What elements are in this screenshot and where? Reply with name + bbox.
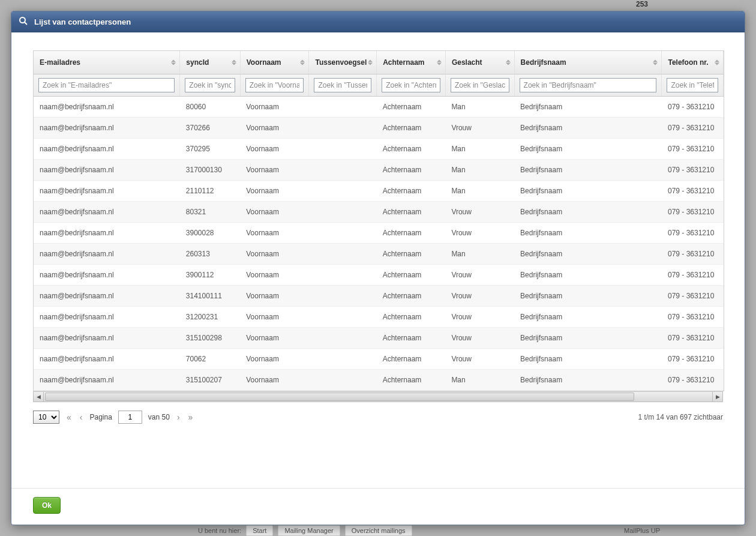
- column-header[interactable]: E-mailadres: [34, 51, 180, 74]
- table-cell: 079 - 3631210: [662, 349, 724, 370]
- table-row[interactable]: naam@bedrijfsnaam.nl2110112VoornaamAchte…: [34, 181, 724, 202]
- column-header[interactable]: Geslacht: [445, 51, 514, 74]
- pager: 10 « ‹ Pagina van 50 › » 1 t/m 14 van 69…: [33, 411, 723, 424]
- table-row[interactable]: naam@bedrijfsnaam.nl260313VoornaamAchter…: [34, 244, 724, 265]
- table-cell: 260313: [180, 244, 240, 265]
- column-header[interactable]: Bedrijfsnaam: [514, 51, 662, 74]
- column-filter-input[interactable]: [245, 78, 304, 92]
- table-cell: Voornaam: [240, 265, 309, 286]
- table-cell: Achternaam: [377, 223, 446, 244]
- first-page-button[interactable]: «: [65, 412, 73, 422]
- table-cell: 079 - 3631210: [662, 286, 724, 307]
- table-filter-row: [34, 74, 724, 97]
- scroll-left-arrow-icon[interactable]: ◀: [34, 392, 44, 402]
- column-header[interactable]: Tussenvoegsel: [309, 51, 377, 74]
- table-row[interactable]: naam@bedrijfsnaam.nl370295VoornaamAchter…: [34, 139, 724, 160]
- table-row[interactable]: naam@bedrijfsnaam.nl80321VoornaamAchtern…: [34, 202, 724, 223]
- sort-icon[interactable]: [506, 60, 511, 65]
- table-cell: Bedrijfsnaam: [514, 307, 662, 328]
- horizontal-scrollbar[interactable]: ◀ ▶: [33, 391, 723, 402]
- search-icon: [19, 16, 28, 28]
- column-header-label: Telefoon nr.: [668, 58, 708, 67]
- table-cell: Bedrijfsnaam: [514, 118, 662, 139]
- table-cell: Vrouw: [445, 349, 514, 370]
- table-cell: Vrouw: [445, 223, 514, 244]
- table-row[interactable]: naam@bedrijfsnaam.nl3900112VoornaamAchte…: [34, 265, 724, 286]
- sort-icon[interactable]: [653, 60, 658, 65]
- table-row[interactable]: naam@bedrijfsnaam.nl314100111VoornaamAch…: [34, 286, 724, 307]
- crumb-mailing-manager[interactable]: Mailing Manager: [278, 525, 340, 536]
- table-cell: Vrouw: [445, 307, 514, 328]
- contacts-table: E-mailadressyncIdVoornaamTussenvoegselAc…: [34, 51, 724, 391]
- page-size-select[interactable]: 10: [33, 411, 59, 424]
- column-header[interactable]: syncId: [180, 51, 240, 74]
- table-row[interactable]: naam@bedrijfsnaam.nl370266VoornaamAchter…: [34, 118, 724, 139]
- table-row[interactable]: naam@bedrijfsnaam.nl315100298VoornaamAch…: [34, 328, 724, 349]
- modal-header: Lijst van contactpersonen: [11, 11, 745, 32]
- column-header-label: Geslacht: [452, 58, 482, 67]
- table-cell: naam@bedrijfsnaam.nl: [34, 307, 180, 328]
- table-cell: [309, 244, 377, 265]
- crumb-overzicht-mailings[interactable]: Overzicht mailings: [345, 525, 412, 536]
- table-cell: Bedrijfsnaam: [514, 202, 662, 223]
- table-row[interactable]: naam@bedrijfsnaam.nl317000130VoornaamAch…: [34, 160, 724, 181]
- table-cell: Man: [445, 370, 514, 391]
- table-cell: naam@bedrijfsnaam.nl: [34, 223, 180, 244]
- page-input[interactable]: [118, 411, 142, 424]
- table-cell: Achternaam: [377, 202, 446, 223]
- table-row[interactable]: naam@bedrijfsnaam.nl80060VoornaamAchtern…: [34, 97, 724, 118]
- column-filter-input[interactable]: [667, 78, 718, 92]
- sort-icon[interactable]: [368, 60, 373, 65]
- table-cell: Voornaam: [240, 307, 309, 328]
- column-filter-input[interactable]: [520, 78, 657, 92]
- table-cell: Achternaam: [377, 244, 446, 265]
- table-cell: Voornaam: [240, 139, 309, 160]
- table-cell: 079 - 3631210: [662, 244, 724, 265]
- table-row[interactable]: naam@bedrijfsnaam.nl315100207VoornaamAch…: [34, 370, 724, 391]
- last-page-button[interactable]: »: [187, 412, 194, 422]
- column-filter-input[interactable]: [382, 78, 440, 92]
- table-row[interactable]: naam@bedrijfsnaam.nl70062VoornaamAchtern…: [34, 349, 724, 370]
- column-filter-input[interactable]: [38, 78, 175, 92]
- table-cell: 079 - 3631210: [662, 202, 724, 223]
- column-header[interactable]: Voornaam: [240, 51, 309, 74]
- modal-title: Lijst van contactpersonen: [34, 17, 131, 26]
- column-header-label: Bedrijfsnaam: [521, 58, 566, 67]
- column-header-label: Achternaam: [383, 58, 424, 67]
- table-cell: Achternaam: [377, 286, 446, 307]
- table-cell: Achternaam: [377, 307, 446, 328]
- table-cell: 3900112: [180, 265, 240, 286]
- sort-icon[interactable]: [437, 60, 442, 65]
- table-cell: 079 - 3631210: [662, 118, 724, 139]
- table-cell: 079 - 3631210: [662, 223, 724, 244]
- table-cell: Bedrijfsnaam: [514, 160, 662, 181]
- column-header[interactable]: Achternaam: [377, 51, 446, 74]
- table-cell: naam@bedrijfsnaam.nl: [34, 265, 180, 286]
- scroll-track[interactable]: [44, 392, 712, 402]
- sort-icon[interactable]: [171, 60, 176, 65]
- bg-breadcrumb: U bent nu hier: Start Mailing Manager Ov…: [198, 525, 660, 536]
- table-row[interactable]: naam@bedrijfsnaam.nl3900028VoornaamAchte…: [34, 223, 724, 244]
- table-cell: Vrouw: [445, 265, 514, 286]
- sort-icon[interactable]: [232, 60, 236, 65]
- column-filter-input[interactable]: [314, 78, 371, 92]
- sort-icon[interactable]: [715, 60, 719, 65]
- column-filter-input[interactable]: [185, 78, 235, 92]
- table-cell: Voornaam: [240, 97, 309, 118]
- prev-page-button[interactable]: ‹: [79, 412, 84, 422]
- column-filter-input[interactable]: [451, 78, 509, 92]
- sort-icon[interactable]: [300, 60, 305, 65]
- table-cell: [309, 97, 377, 118]
- ok-button[interactable]: Ok: [33, 497, 61, 514]
- next-page-button[interactable]: ›: [176, 412, 181, 422]
- table-cell: Voornaam: [240, 118, 309, 139]
- table-cell: 2110112: [180, 181, 240, 202]
- table-cell: Voornaam: [240, 202, 309, 223]
- table-row[interactable]: naam@bedrijfsnaam.nl31200231VoornaamAcht…: [34, 307, 724, 328]
- crumb-start[interactable]: Start: [246, 525, 273, 536]
- table-cell: Man: [445, 139, 514, 160]
- table-cell: Bedrijfsnaam: [514, 328, 662, 349]
- column-header[interactable]: Telefoon nr.: [662, 51, 724, 74]
- scroll-right-arrow-icon[interactable]: ▶: [712, 392, 722, 402]
- scroll-thumb[interactable]: [45, 393, 634, 401]
